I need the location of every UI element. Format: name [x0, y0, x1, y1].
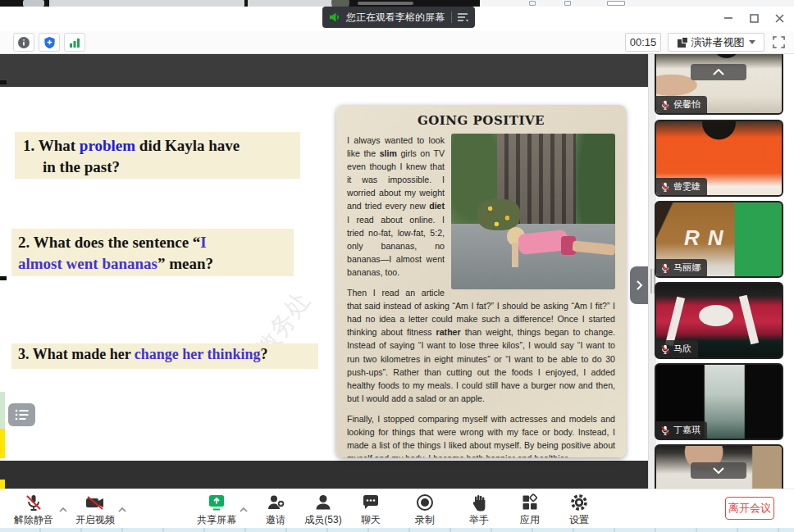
participant-tile[interactable]: 曾雯婕: [655, 120, 783, 197]
chevron-up-icon: [713, 69, 724, 75]
shirt-print-text: RN: [684, 225, 732, 251]
participant-name: 丁嘉琪: [673, 424, 700, 436]
participants-sidebar: 侯馨怡 曾雯婕 RN 马丽娜: [655, 54, 787, 489]
record-button[interactable]: 录制: [408, 493, 441, 527]
background-artifact: [0, 429, 5, 458]
apps-grid-icon: [520, 493, 540, 512]
mic-options-caret[interactable]: [59, 501, 67, 516]
maximize-button[interactable]: [746, 11, 761, 25]
background-artifact: [0, 80, 7, 84]
scroll-down-button[interactable]: [691, 462, 746, 479]
person-icon: [313, 493, 333, 512]
q1-highlight: problem: [80, 137, 135, 154]
question-1: 1. What problem did Kayla have in the pa…: [15, 132, 300, 179]
close-button[interactable]: [772, 11, 787, 25]
raise-hand-label: 举手: [469, 513, 489, 527]
chevron-right-icon: [636, 280, 643, 291]
q3-highlight: change her thinking: [135, 346, 261, 362]
background-window-strip: [0, 0, 794, 7]
article-title: GOING POSITIVE: [347, 113, 615, 128]
participant-name: 马丽娜: [673, 261, 700, 274]
record-icon: [415, 493, 435, 512]
participant-nameplate: 马丽娜: [656, 259, 707, 276]
background-avatar: [331, 0, 349, 7]
banner-divider: [451, 11, 452, 23]
pushup-photo: [451, 134, 615, 289]
share-screen-button[interactable]: 共享屏幕: [190, 493, 243, 527]
q2-highlight: almost went bananas: [18, 255, 157, 272]
meeting-info-button[interactable]: [13, 33, 34, 52]
unmute-label: 解除静音: [14, 513, 53, 527]
mic-muted-icon: [24, 493, 43, 512]
background-artifact: [0, 392, 5, 429]
members-label: 成员(53): [304, 513, 341, 527]
background-artifact: [0, 480, 5, 489]
scroll-up-button[interactable]: [691, 64, 746, 80]
camera-off-icon: [84, 493, 106, 512]
members-button[interactable]: 成员(53): [299, 493, 348, 527]
article-paragraph-2: Then I read an article that said instead…: [347, 286, 615, 405]
chat-button[interactable]: 聊天: [354, 493, 387, 527]
mic-muted-icon: [660, 263, 670, 273]
sidebar-collapse-tab[interactable]: [630, 266, 648, 304]
background-tab: [49, 0, 244, 7]
meeting-toolbar: 00:15 演讲者视图: [0, 31, 794, 54]
annotation-menu-button[interactable]: [8, 403, 35, 426]
mic-muted-icon: [660, 182, 670, 192]
mic-muted-icon: [660, 425, 670, 435]
q2-text: 2. What does the sentence “: [18, 234, 200, 251]
speaker-icon: [329, 11, 341, 23]
invite-label: 邀请: [266, 513, 285, 527]
start-video-label: 开启视频: [75, 513, 115, 527]
mic-muted-icon: [660, 100, 670, 110]
q2-text: ” mean?: [157, 255, 213, 272]
apps-button[interactable]: 应用: [513, 493, 546, 527]
background-taskbar-strip: [0, 528, 794, 532]
info-icon: [17, 36, 30, 49]
article-paragraph-3: Finally, I stopped comparing myself with…: [347, 412, 615, 457]
fullscreen-button[interactable]: [769, 34, 787, 51]
question-3: 3. What made her change her thinking?: [11, 343, 318, 369]
leave-meeting-button[interactable]: 离开会议: [725, 497, 774, 520]
minimize-button[interactable]: [721, 11, 736, 25]
participant-name: 曾雯婕: [673, 180, 700, 193]
raise-hand-button[interactable]: 举手: [463, 493, 495, 527]
participant-nameplate: 马欣: [656, 340, 698, 357]
watching-screen-banner: 您正在观看李榕的屏幕: [322, 7, 475, 28]
background-tab-button: [23, 0, 44, 7]
view-mode-select[interactable]: 演讲者视图: [668, 33, 764, 52]
q1-text-line2: in the past?: [43, 158, 120, 175]
apps-label: 应用: [520, 513, 540, 527]
video-options-caret[interactable]: [118, 501, 126, 516]
participant-tile[interactable]: 马欣: [655, 282, 783, 359]
unmute-button[interactable]: 解除静音: [10, 493, 57, 527]
photo-person-arm: [512, 243, 518, 267]
gear-icon: [569, 493, 589, 512]
q1-text: did Kayla have: [135, 137, 240, 154]
chevron-down-icon: [749, 40, 755, 44]
share-options-caret[interactable]: [240, 501, 248, 516]
chevron-down-icon: [713, 467, 724, 474]
shield-plus-icon: [43, 36, 56, 49]
background-icon: [564, 1, 571, 6]
letterbox-top: [0, 54, 648, 87]
start-video-button[interactable]: 开启视频: [72, 493, 118, 527]
invite-button[interactable]: 邀请: [259, 493, 292, 527]
banner-menu-icon[interactable]: [457, 12, 468, 22]
splitter-grip: [650, 269, 652, 293]
jacket-stripe: [665, 297, 685, 347]
network-quality-button[interactable]: [64, 33, 85, 52]
jacket-stripe: [739, 295, 759, 345]
q2-highlight: I: [200, 234, 206, 251]
letterbox-bottom: [0, 461, 648, 489]
share-screen-label: 共享屏幕: [197, 513, 236, 527]
participant-tile[interactable]: RN 马丽娜: [655, 201, 783, 278]
signal-bars-icon: [68, 37, 81, 48]
chat-label: 聊天: [361, 513, 381, 527]
security-button[interactable]: [39, 33, 60, 52]
participant-tile[interactable]: 丁嘉琪: [655, 363, 783, 440]
background-titlebar: [480, 0, 794, 7]
settings-button[interactable]: 设置: [563, 493, 596, 527]
participant-nameplate: 丁嘉琪: [656, 421, 707, 439]
meeting-window: 您正在观看李榕的屏幕: [0, 0, 794, 532]
